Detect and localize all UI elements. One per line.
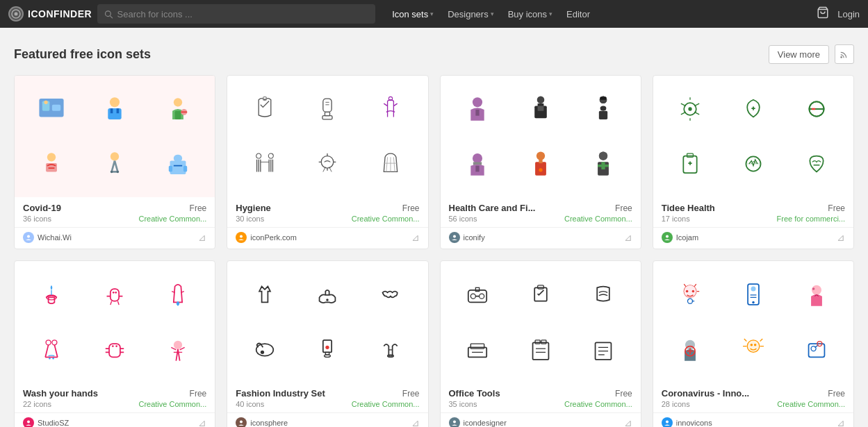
- svg-point-119: [470, 294, 475, 299]
- svg-rect-96: [110, 289, 119, 301]
- svg-point-21: [110, 153, 119, 161]
- preview-icon: [23, 269, 81, 319]
- author-info: StudioSZ: [23, 417, 69, 427]
- card-free-label: Free: [828, 389, 845, 399]
- preview-icon: [575, 140, 632, 190]
- icon-set-card[interactable]: Office Tools Free 35 icons Creative Comm…: [440, 260, 641, 427]
- card-info: Wash your hands Free 22 icons Creative C…: [15, 383, 215, 412]
- card-free-label: Free: [190, 389, 207, 399]
- svg-point-99: [46, 340, 51, 345]
- rss-button[interactable]: [835, 44, 854, 64]
- bookmark-icon[interactable]: ⊿: [411, 232, 420, 243]
- svg-line-161: [760, 339, 763, 342]
- cart-icon[interactable]: [817, 6, 829, 22]
- author-avatar: [236, 417, 247, 427]
- preview-icon: [662, 269, 719, 319]
- svg-point-105: [115, 346, 117, 348]
- icon-set-card[interactable]: Coronavirus - Inno... Free 28 icons Crea…: [653, 260, 854, 427]
- author-name: StudioSZ: [38, 419, 69, 427]
- chevron-down-icon: ▾: [430, 10, 434, 17]
- bookmark-icon[interactable]: ⊿: [624, 417, 632, 427]
- card-preview: [441, 261, 641, 383]
- card-preview: [227, 76, 427, 197]
- svg-rect-59: [599, 110, 607, 119]
- chevron-down-icon: ▾: [549, 10, 552, 17]
- icon-set-card[interactable]: Health Care and Fi... Free 56 icons Crea…: [440, 75, 641, 249]
- card-count: 17 icons: [662, 215, 690, 223]
- bookmark-icon[interactable]: ⊿: [837, 232, 845, 243]
- preview-icon: [511, 84, 569, 134]
- nav-item-iconsets[interactable]: Icon sets ▾: [386, 6, 439, 22]
- svg-point-26: [117, 171, 120, 174]
- icon-set-card[interactable]: Tidee Health Free 17 icons Free for comm…: [653, 75, 854, 249]
- preview-icon: [236, 140, 293, 190]
- chevron-down-icon: ▾: [491, 10, 494, 17]
- svg-point-143: [686, 290, 689, 293]
- svg-point-10: [110, 97, 120, 107]
- svg-rect-35: [325, 112, 330, 115]
- preview-icon: [662, 140, 719, 190]
- search-bar[interactable]: [97, 4, 375, 24]
- svg-rect-128: [532, 343, 548, 360]
- author-name: icondesigner: [464, 419, 507, 427]
- view-more-button[interactable]: View more: [769, 45, 829, 64]
- logo[interactable]: ICONFINDER: [8, 6, 92, 22]
- author-info: iconsphere: [236, 417, 288, 427]
- preview-icon: [787, 269, 845, 319]
- author-name: Icojam: [676, 233, 698, 242]
- bookmark-icon[interactable]: ⊿: [198, 417, 206, 427]
- bookmark-icon[interactable]: ⊿: [411, 417, 420, 427]
- preview-icon: [23, 84, 81, 134]
- icon-set-card[interactable]: Hygiene Free 30 icons Creative Common...…: [227, 75, 428, 249]
- card-count: 35 icons: [449, 400, 477, 408]
- card-count: 22 icons: [23, 400, 51, 408]
- svg-point-120: [480, 294, 484, 299]
- svg-point-58: [600, 106, 607, 110]
- svg-rect-13: [117, 108, 120, 113]
- section-header: Featured free icon sets View more: [14, 44, 854, 64]
- login-button[interactable]: Login: [837, 9, 860, 19]
- bookmark-icon[interactable]: ⊿: [624, 232, 632, 243]
- nav-item-buyicons[interactable]: Buy icons ▾: [502, 6, 558, 22]
- icon-set-card[interactable]: Wash your hands Free 22 icons Creative C…: [14, 260, 215, 427]
- bookmark-icon[interactable]: ⊿: [198, 232, 206, 243]
- icon-set-card[interactable]: Covid-19 Free 36 icons Creative Common..…: [14, 75, 215, 249]
- svg-point-164: [750, 344, 753, 346]
- preview-icon: [149, 269, 207, 319]
- svg-point-110: [260, 351, 263, 354]
- search-input[interactable]: [117, 9, 369, 19]
- card-count: 56 icons: [449, 215, 477, 223]
- svg-point-148: [751, 286, 755, 291]
- preview-icon: [449, 140, 507, 190]
- nav-links: Icon sets ▾ Designers ▾ Buy icons ▾ Edit…: [386, 6, 596, 22]
- preview-icon: [575, 325, 632, 375]
- section-actions: View more: [769, 44, 854, 64]
- svg-point-102: [53, 358, 55, 360]
- nav-item-designers[interactable]: Designers ▾: [442, 6, 500, 22]
- author-avatar: [23, 417, 34, 427]
- svg-point-153: [812, 287, 814, 290]
- card-info: Covid-19 Free 36 icons Creative Common..…: [15, 197, 215, 227]
- card-license: Free for commerci...: [777, 215, 845, 223]
- section-title: Featured free icon sets: [14, 47, 151, 62]
- author-info: icondesigner: [449, 417, 507, 427]
- svg-line-3: [110, 15, 113, 17]
- card-author-row: iconPerk.com ⊿: [227, 227, 427, 249]
- author-avatar: [662, 232, 673, 243]
- icon-set-card[interactable]: Fashion Industry Set Free 40 icons Creat…: [227, 260, 428, 427]
- svg-line-141: [694, 284, 696, 287]
- card-license: Creative Common...: [564, 215, 632, 223]
- preview-icon: [725, 84, 783, 134]
- bookmark-icon[interactable]: ⊿: [837, 417, 845, 427]
- preview-icon: [149, 84, 207, 134]
- nav-item-editor[interactable]: Editor: [561, 6, 596, 22]
- preview-icon: [86, 84, 144, 134]
- card-info: Hygiene Free 30 icons Creative Common...: [227, 197, 427, 227]
- svg-rect-34: [323, 99, 331, 112]
- svg-point-101: [49, 358, 51, 360]
- card-title: Wash your hands: [23, 388, 98, 399]
- preview-icon: [23, 325, 81, 375]
- svg-point-14: [174, 98, 182, 106]
- navbar: ICONFINDER Icon sets ▾ Designers ▾ Buy i…: [0, 0, 868, 28]
- svg-point-80: [688, 107, 691, 110]
